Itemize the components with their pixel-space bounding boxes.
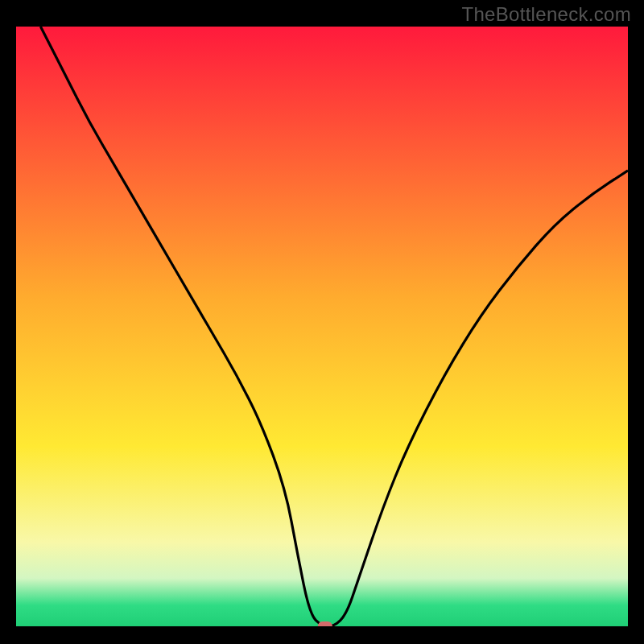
chart-root: TheBottleneck.com (0, 0, 644, 644)
watermark-text: TheBottleneck.com (461, 3, 631, 26)
gradient-background (16, 27, 628, 626)
optimal-marker (318, 621, 332, 631)
bottleneck-chart (0, 0, 644, 644)
